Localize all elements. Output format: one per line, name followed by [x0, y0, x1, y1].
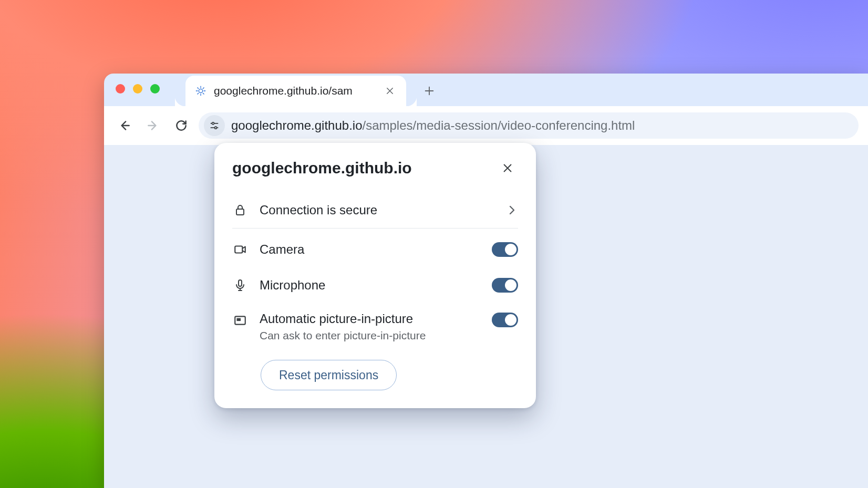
svg-rect-3 [236, 209, 244, 215]
url-host: googlechrome.github.io [231, 118, 363, 132]
microphone-label: Microphone [260, 278, 480, 293]
permission-row-microphone: Microphone [232, 267, 518, 303]
browser-tab[interactable]: googlechrome.github.io/sam [185, 76, 406, 106]
connection-secure-label: Connection is secure [260, 203, 494, 217]
popup-site-name: googlechrome.github.io [232, 159, 412, 177]
svg-point-2 [215, 127, 217, 129]
reload-button[interactable] [170, 115, 192, 137]
svg-point-1 [212, 122, 214, 124]
permission-row-pip: Automatic picture-in-picture Can ask to … [232, 303, 518, 352]
camera-label: Camera [260, 242, 480, 257]
chevron-right-icon [505, 204, 518, 216]
toolbar: googlechrome.github.io/samples/media-ses… [104, 106, 868, 145]
lock-icon [232, 204, 248, 216]
camera-icon [232, 243, 248, 256]
window-close-button[interactable] [116, 84, 125, 94]
tab-favicon [195, 85, 206, 97]
forward-button[interactable] [142, 115, 164, 137]
pip-sublabel: Can ask to enter picture-in-picture [260, 329, 480, 342]
tab-title: googlechrome.github.io/sam [214, 85, 376, 97]
permission-row-camera: Camera [232, 232, 518, 267]
microphone-toggle[interactable] [492, 278, 518, 293]
pip-label: Automatic picture-in-picture Can ask to … [260, 312, 480, 342]
microphone-icon [232, 279, 248, 292]
back-button[interactable] [113, 115, 136, 137]
site-info-popup: googlechrome.github.io Connection is sec… [214, 143, 536, 408]
svg-rect-4 [235, 246, 242, 253]
url-path: /samples/media-session/video-conferencin… [363, 118, 635, 132]
camera-toggle[interactable] [492, 242, 518, 257]
tab-strip: googlechrome.github.io/sam [104, 74, 868, 106]
svg-rect-5 [239, 280, 242, 286]
window-zoom-button[interactable] [150, 84, 160, 94]
url-text: googlechrome.github.io/samples/media-ses… [231, 118, 635, 133]
connection-secure-row[interactable]: Connection is secure [232, 192, 518, 229]
tab-close-button[interactable] [383, 84, 397, 98]
popup-close-button[interactable] [497, 158, 518, 179]
reset-permissions-button[interactable]: Reset permissions [261, 360, 397, 390]
svg-point-0 [199, 89, 202, 92]
window-minimize-button[interactable] [133, 84, 142, 94]
new-tab-button[interactable] [419, 81, 439, 101]
pip-icon [232, 314, 248, 327]
pip-toggle[interactable] [492, 313, 518, 327]
page-content: googlechrome.github.io Connection is sec… [104, 145, 868, 488]
site-info-button[interactable] [204, 115, 225, 136]
address-bar[interactable]: googlechrome.github.io/samples/media-ses… [199, 112, 859, 139]
window-controls [116, 84, 160, 94]
browser-window: googlechrome.github.io/sam googlechrome.… [104, 74, 868, 488]
svg-rect-7 [237, 318, 241, 321]
